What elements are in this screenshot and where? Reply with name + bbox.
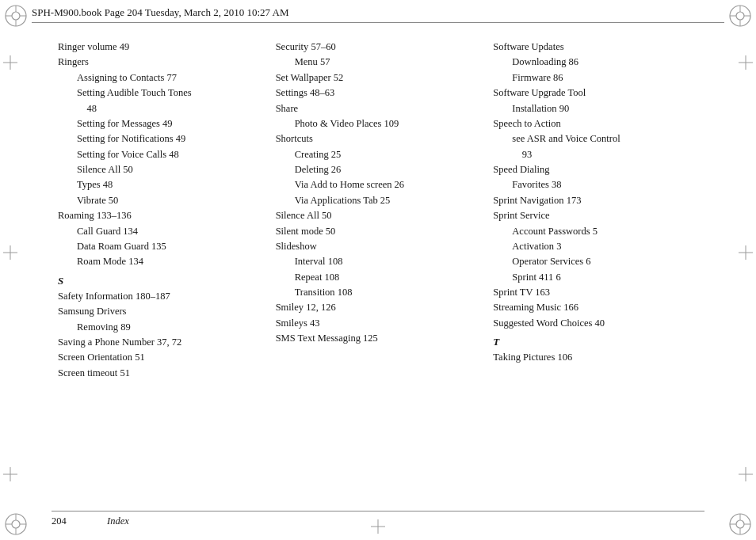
list-item: Repeat 108 <box>276 270 481 285</box>
crosshair-left-mid <box>3 245 17 263</box>
list-item: Set Wallpaper 52 <box>276 70 481 86</box>
list-item: Streaming Music 166 <box>493 300 698 315</box>
list-item: Interval 108 <box>276 254 481 269</box>
svg-point-13 <box>12 520 20 528</box>
list-item: Saving a Phone Number 37, 72 <box>58 335 263 350</box>
list-item: Taking Pictures 106 <box>493 350 698 365</box>
list-item: Data Roam Guard 135 <box>58 239 263 254</box>
crosshair-right-mid <box>739 245 753 263</box>
column-3: Software Updates Downloading 86 Firmware… <box>487 32 704 496</box>
section-letter-t: T <box>493 334 698 350</box>
list-item: Call Guard 134 <box>58 224 263 239</box>
list-item: Shortcuts <box>276 131 481 146</box>
footer-title: Index <box>107 515 129 527</box>
list-item: Activation 3 <box>493 239 698 254</box>
header-text: SPH-M900.book Page 204 Tuesday, March 2,… <box>32 6 289 19</box>
list-item: Speech to Action <box>493 116 698 131</box>
list-item: Assigning to Contacts 77 <box>58 70 263 86</box>
list-item: Smiley 12, 126 <box>276 300 481 315</box>
crosshair-left-bot <box>3 467 17 485</box>
section-letter-s: S <box>58 273 263 289</box>
list-item: Menu 57 <box>276 55 481 70</box>
list-item: Removing 89 <box>58 320 263 335</box>
list-item: Share <box>276 101 481 116</box>
list-item: Installation 90 <box>493 101 698 116</box>
list-item: Roaming 133–136 <box>58 208 263 223</box>
list-item: SMS Text Messaging 125 <box>276 331 481 346</box>
list-item: Transition 108 <box>276 285 481 300</box>
list-item: Via Add to Home screen 26 <box>276 177 481 192</box>
list-item: Suggested Word Choices 40 <box>493 316 698 331</box>
list-item: Safety Information 180–187 <box>58 289 263 304</box>
list-item: Silence All 50 <box>58 162 263 177</box>
list-item: Deleting 26 <box>276 162 481 177</box>
list-item: Speed Dialing <box>493 162 698 177</box>
list-item: Sprint TV 163 <box>493 285 698 300</box>
header-bar: SPH-M900.book Page 204 Tuesday, March 2,… <box>32 6 724 23</box>
list-item: Sprint Navigation 173 <box>493 193 698 208</box>
list-item: Silent mode 50 <box>276 224 481 239</box>
list-item: Setting Audible Touch Tones 48 <box>58 86 263 116</box>
list-item: Software Updates <box>493 40 698 55</box>
footer: 204 Index <box>52 511 704 527</box>
svg-point-19 <box>736 520 744 528</box>
list-item: Creating 25 <box>276 147 481 162</box>
svg-point-7 <box>736 12 744 20</box>
corner-decoration-tr <box>727 3 753 29</box>
crosshair-left-top <box>3 55 17 73</box>
list-item: Operator Services 6 <box>493 254 698 269</box>
list-item: Downloading 86 <box>493 55 698 70</box>
list-item: Smileys 43 <box>276 316 481 331</box>
list-item: Types 48 <box>58 177 263 192</box>
list-item: Silence All 50 <box>276 208 481 223</box>
list-item: Ringer volume 49 <box>58 40 263 55</box>
list-item: Vibrate 50 <box>58 193 263 208</box>
list-item: Firmware 86 <box>493 70 698 86</box>
list-item: Software Upgrade Tool <box>493 86 698 101</box>
list-item: Settings 48–63 <box>276 86 481 101</box>
list-item: Screen Orientation 51 <box>58 350 263 365</box>
column-2: Security 57–60 Menu 57 Set Wallpaper 52 … <box>269 32 487 496</box>
list-item: Via Applications Tab 25 <box>276 193 481 208</box>
list-item: Screen timeout 51 <box>58 366 263 381</box>
columns: Ringer volume 49 Ringers Assigning to Co… <box>52 32 704 496</box>
list-item: Roam Mode 134 <box>58 254 263 269</box>
list-item: Setting for Voice Calls 48 <box>58 147 263 162</box>
list-item: Samsung Drivers <box>58 304 263 319</box>
list-item: Sprint Service <box>493 208 698 223</box>
corner-decoration-bl <box>3 511 29 537</box>
list-item: Ringers <box>58 55 263 70</box>
corner-decoration-br <box>727 511 753 537</box>
list-item: Photo & Video Places 109 <box>276 116 481 131</box>
main-content: Ringer volume 49 Ringers Assigning to Co… <box>52 32 704 496</box>
crosshair-right-top <box>739 55 753 73</box>
corner-decoration-tl <box>3 3 29 29</box>
svg-point-1 <box>12 12 20 20</box>
list-item: Account Passwords 5 <box>493 224 698 239</box>
list-item: Slideshow <box>276 239 481 254</box>
page: SPH-M900.book Page 204 Tuesday, March 2,… <box>0 0 756 540</box>
list-item: Setting for Messages 49 <box>58 116 263 131</box>
list-item: Security 57–60 <box>276 40 481 55</box>
list-item: Sprint 411 6 <box>493 270 698 285</box>
column-1: Ringer volume 49 Ringers Assigning to Co… <box>52 32 269 496</box>
crosshair-right-bot <box>739 467 753 485</box>
list-item: Setting for Notifications 49 <box>58 131 263 146</box>
footer-page-number: 204 <box>52 515 83 527</box>
list-item: Favorites 38 <box>493 177 698 192</box>
list-item: see ASR and Voice Control 93 <box>493 131 698 162</box>
